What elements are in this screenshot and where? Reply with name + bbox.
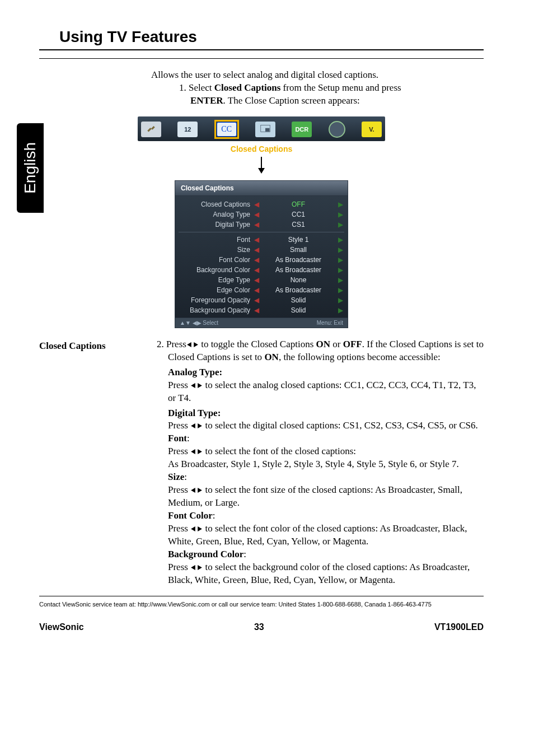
- manual-page: English Using TV Features Allows the use…: [0, 0, 534, 756]
- background-color-heading: Background Color: [168, 549, 243, 559]
- font-color-heading-line: Font Color:: [168, 510, 484, 522]
- intro-text: Allows the user to select analog and dig…: [151, 69, 484, 82]
- cc-option-row: Font◀Style 1▶: [179, 235, 344, 245]
- closed-captions-panel-title: Closed Captions: [175, 180, 348, 196]
- left-arrow-icon: ◀: [254, 306, 259, 314]
- svg-marker-6: [191, 383, 195, 388]
- footer-page-number: 33: [254, 622, 264, 632]
- step-2-or: or: [330, 339, 343, 349]
- cc-option-value: None: [263, 276, 334, 284]
- cc-option-label: Background Opacity: [180, 306, 250, 314]
- svg-marker-4: [187, 342, 191, 347]
- svg-rect-1: [265, 128, 270, 132]
- bottom-rule: [39, 596, 484, 596]
- step-1-bold-enter: ENTER: [190, 95, 223, 106]
- cc-option-row: Edge Color◀As Broadcaster▶: [179, 285, 344, 295]
- cc-option-label: Font: [180, 236, 250, 244]
- pip-icon: [255, 122, 275, 137]
- left-arrow-icon: ◀: [254, 266, 259, 274]
- svg-marker-5: [194, 342, 198, 347]
- step-2-on2: ON: [264, 352, 279, 362]
- step-1-suffix: . The Close Caption screen appears:: [223, 95, 360, 106]
- left-arrow-icon: ◀: [254, 296, 259, 304]
- size-colon: :: [184, 472, 187, 482]
- cc-option-row: Closed Captions◀OFF▶: [179, 199, 344, 209]
- digital-type-heading: Digital Type:: [168, 407, 484, 420]
- step-2-off: OFF: [343, 339, 362, 349]
- font-body-text2: As Broadcaster, Style 1, Style 2, Style …: [168, 459, 459, 469]
- panel-divider: [179, 232, 344, 232]
- digital-body-text: to select the digital closed captions: C…: [203, 420, 478, 431]
- cc-option-value: Style 1: [263, 236, 334, 244]
- left-right-arrow-icon: [190, 562, 203, 572]
- right-arrow-icon: ▶: [338, 246, 343, 254]
- title-rule: [39, 49, 484, 50]
- svg-marker-7: [198, 383, 202, 388]
- cc-icon: CC: [217, 122, 237, 137]
- size-heading-line: Size:: [168, 471, 484, 484]
- right-arrow-icon: ▶: [338, 286, 343, 294]
- step-2-cont-pre: Closed Captions is set to: [168, 352, 264, 362]
- globe-ring-icon: [329, 121, 345, 138]
- left-right-arrow-icon: [186, 339, 199, 349]
- cc-option-row: Font Color◀As Broadcaster▶: [179, 255, 344, 265]
- analog-type-body: Press to select the analog closed captio…: [168, 379, 484, 405]
- down-arrow-icon: [39, 157, 484, 176]
- cc-option-value: CS1: [263, 221, 334, 228]
- service-contact-line: Contact ViewSonic service team at: http:…: [39, 601, 484, 608]
- left-arrow-icon: ◀: [254, 211, 259, 218]
- analog-pre: Press: [168, 380, 190, 390]
- calendar-12-icon: 12: [177, 122, 198, 137]
- font-color-heading: Font Color: [168, 510, 213, 521]
- v-icon: V.: [362, 122, 382, 137]
- closed-captions-panel-body: Closed Captions◀OFF▶Analog Type◀CC1▶Digi…: [175, 196, 348, 318]
- cc-option-label: Analog Type: [180, 211, 250, 218]
- closed-captions-panel-footer: ▲▼ ◀▶ Select Menu: Exit: [175, 318, 348, 328]
- cc-option-label: Background Color: [180, 266, 250, 274]
- step-2: 2. Press to toggle the Closed Captions O…: [157, 338, 484, 364]
- font-heading-line: Font:: [168, 432, 484, 445]
- cc-option-label: Edge Color: [180, 286, 250, 294]
- font-color-pre: Press: [168, 523, 190, 534]
- cc-option-label: Digital Type: [180, 221, 250, 228]
- cc-option-row: Digital Type◀CS1▶: [179, 220, 344, 230]
- svg-marker-11: [198, 449, 202, 454]
- background-color-heading-line: Background Color:: [168, 548, 484, 561]
- svg-marker-14: [191, 526, 195, 531]
- font-body-text1: to select the font of the closed caption…: [203, 446, 356, 456]
- right-arrow-icon: ▶: [338, 236, 343, 244]
- dcr-icon: DCR: [292, 122, 312, 137]
- right-arrow-icon: ▶: [338, 276, 343, 284]
- svg-marker-12: [191, 488, 195, 493]
- left-right-arrow-icon: [190, 420, 203, 431]
- cc-option-label: Font Color: [180, 256, 250, 264]
- cc-icon-selected-frame: CC: [214, 120, 239, 139]
- left-arrow-icon: ◀: [254, 246, 259, 254]
- left-right-arrow-icon: [190, 484, 203, 495]
- osd-top-menu-strip: 12 CC DCR V.: [138, 116, 385, 141]
- font-pre: Press: [168, 446, 190, 456]
- step-2-tail: , the following options become accessibl…: [279, 352, 441, 362]
- options-body: 2. Press to toggle the Closed Captions O…: [157, 338, 484, 587]
- section-title: Using TV Features: [59, 28, 484, 46]
- left-arrow-icon: ◀: [254, 236, 259, 244]
- step-2-mid2: . If the Closed Captions is set to: [362, 339, 484, 349]
- svg-marker-16: [191, 565, 195, 570]
- step-2-pre: 2. Press: [157, 338, 186, 351]
- left-right-arrow-icon: [190, 380, 203, 390]
- font-heading: Font: [168, 433, 187, 444]
- right-arrow-icon: ▶: [338, 266, 343, 274]
- setup-icon: [141, 122, 161, 137]
- left-arrow-icon: ◀: [254, 286, 259, 294]
- right-arrow-icon: ▶: [338, 256, 343, 264]
- language-side-tab-label: English: [21, 142, 39, 194]
- cc-option-label: Size: [180, 246, 250, 254]
- cc-option-value: Solid: [263, 296, 334, 304]
- left-arrow-icon: ◀: [254, 256, 259, 264]
- right-arrow-icon: ▶: [338, 306, 343, 314]
- right-arrow-icon: ▶: [338, 211, 343, 218]
- cc-option-row: Foreground Opacity◀Solid▶: [179, 295, 344, 305]
- cc-option-value: As Broadcaster: [263, 256, 334, 264]
- footer-brand: ViewSonic: [39, 622, 84, 632]
- margin-heading-closed-captions: Closed Captions: [39, 338, 151, 587]
